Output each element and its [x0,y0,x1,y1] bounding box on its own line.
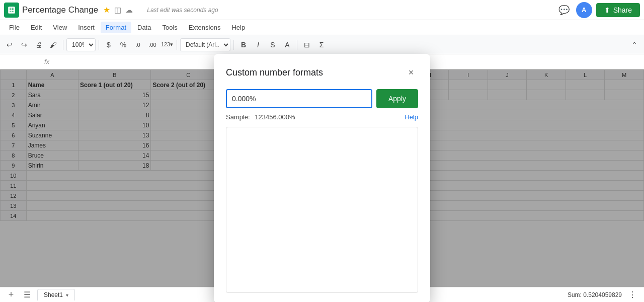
decimal-dec-button[interactable]: .0 [131,38,144,51]
toolbar-separator-3 [177,40,177,50]
sheet-area: A B C D E F G H I J K L M 1 [0,69,644,287]
sheet-tab[interactable]: Sheet1 ▾ [37,289,75,300]
sample-row: Sample: 123456.000% Help [226,113,418,121]
currency-button[interactable]: $ [102,38,115,51]
comment-button[interactable]: 💬 [556,2,572,18]
sheet-tab-chevron: ▾ [66,292,68,298]
filter-button[interactable]: ⊟ [300,38,313,51]
modal-title: Custom number formats [226,67,323,78]
modal-list-area [226,127,418,293]
modal-input-row: Apply [226,89,418,108]
undo-button[interactable]: ↩ [3,38,16,51]
toolbar-right: ⌃ [628,38,641,51]
sample-row-content: Sample: 123456.000% [226,113,295,121]
menu-bar: File Edit View Insert Format Data Tools … [0,20,644,35]
toolbar-separator-4 [233,40,234,50]
sheet-tab-label: Sheet1 [44,291,63,298]
share-button[interactable]: ⬆ Share [596,3,640,17]
menu-item-tools[interactable]: Tools [157,22,182,33]
toolbar-expand-button[interactable]: ⌃ [628,38,641,51]
menu-item-file[interactable]: File [4,22,25,33]
menu-item-view[interactable]: View [48,22,72,33]
fx-icon: fx [40,58,53,65]
font-family-select[interactable]: Default (Ari… [180,38,230,51]
strikethrough-button[interactable]: S [266,38,279,51]
cloud-icon[interactable]: ☁ [125,6,133,15]
print-button[interactable]: 🖨 [32,38,45,51]
toolbar-separator-1 [63,40,63,50]
share-label: Share [613,6,632,14]
avatar[interactable]: A [576,2,592,18]
menu-item-insert[interactable]: Insert [73,22,100,33]
custom-number-formats-modal: Custom number formats × Apply Sample: 12… [214,54,430,303]
percent-button[interactable]: % [117,38,130,51]
menu-item-extensions[interactable]: Extensions [184,22,226,33]
add-sheet-button[interactable]: + [5,289,17,301]
sheet-list-button[interactable]: ☰ [21,289,33,301]
topbar-right: 💬 A ⬆ Share [556,2,640,18]
sum-button[interactable]: Σ [315,38,328,51]
sum-area: Sum: 0.5204059829 ⋮ [568,288,639,301]
zoom-select[interactable]: 100% [66,38,96,51]
sample-value: 123456.000% [255,113,295,121]
paint-format-button[interactable]: 🖌 [47,38,60,51]
star-icon[interactable]: ★ [103,5,110,15]
modal-header: Custom number formats × [226,66,418,80]
history-icon[interactable]: ◫ [114,6,121,15]
format-input[interactable] [226,89,372,108]
toolbar: ↩ ↪ 🖨 🖌 100% $ % .0 .00 123▾ Default (Ar… [0,35,644,54]
modal-close-button[interactable]: × [404,66,418,80]
menu-item-edit[interactable]: Edit [26,22,47,33]
redo-button[interactable]: ↪ [18,38,31,51]
share-icon: ⬆ [604,6,610,14]
menu-item-data[interactable]: Data [132,22,156,33]
sample-label: Sample: [226,113,250,121]
menu-item-format[interactable]: Format [101,22,131,33]
toolbar-separator-5 [297,40,297,50]
bold-button[interactable]: B [237,38,250,51]
more-formats-button[interactable]: 123▾ [160,38,174,51]
cell-reference-input[interactable]: D2:D9 [0,55,40,69]
doc-title: Percentage Change [22,5,98,15]
text-color-button[interactable]: A [281,38,294,51]
toolbar-separator-2 [99,40,99,50]
app-icon [4,3,19,18]
sum-more-button[interactable]: ⋮ [626,288,639,301]
italic-button[interactable]: I [252,38,265,51]
help-link[interactable]: Help [405,113,418,121]
menu-item-help[interactable]: Help [226,22,250,33]
modal-overlay: Custom number formats × Apply Sample: 12… [0,69,644,287]
decimal-inc-button[interactable]: .00 [146,38,159,51]
apply-button[interactable]: Apply [376,89,418,108]
last-edit-text: Last edit was seconds ago [147,7,218,14]
top-bar: Percentage Change ★ ◫ ☁ Last edit was se… [0,0,644,20]
sum-value: Sum: 0.5204059829 [568,291,622,298]
